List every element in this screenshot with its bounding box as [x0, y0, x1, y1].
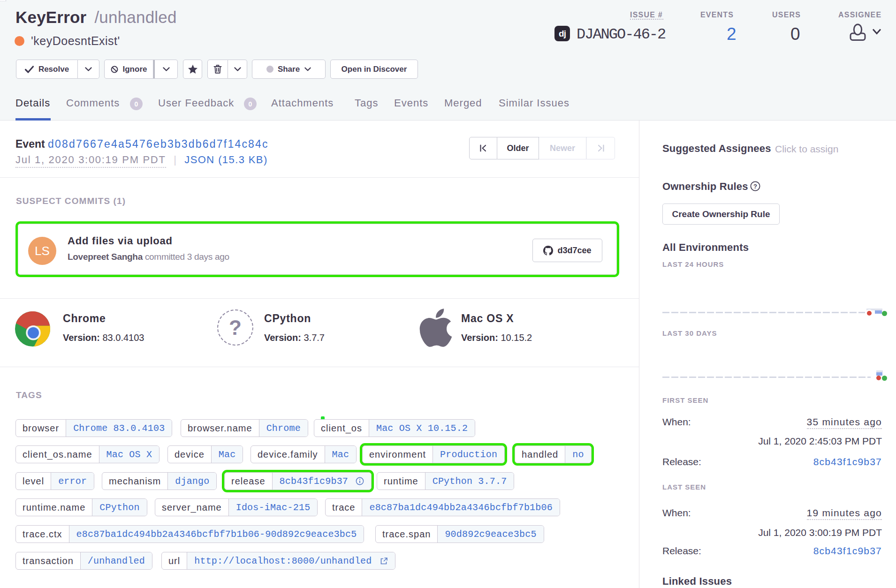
- svg-text:?: ?: [753, 183, 757, 190]
